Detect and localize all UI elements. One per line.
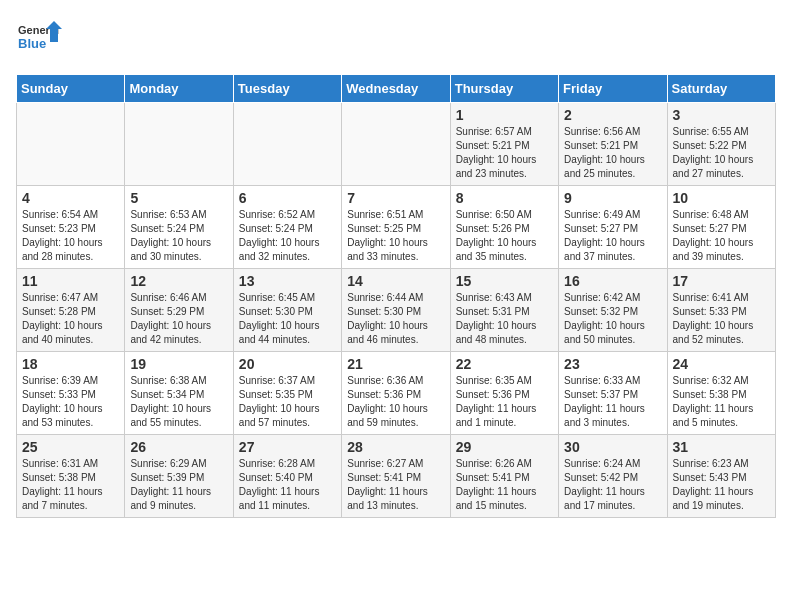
day-info: Sunrise: 6:47 AM Sunset: 5:28 PM Dayligh…	[22, 291, 119, 347]
day-number: 12	[130, 273, 227, 289]
day-info: Sunrise: 6:57 AM Sunset: 5:21 PM Dayligh…	[456, 125, 553, 181]
header-sunday: Sunday	[17, 75, 125, 103]
day-info: Sunrise: 6:42 AM Sunset: 5:32 PM Dayligh…	[564, 291, 661, 347]
day-number: 8	[456, 190, 553, 206]
day-number: 16	[564, 273, 661, 289]
week-row-5: 25Sunrise: 6:31 AM Sunset: 5:38 PM Dayli…	[17, 435, 776, 518]
day-info: Sunrise: 6:28 AM Sunset: 5:40 PM Dayligh…	[239, 457, 336, 513]
day-number: 3	[673, 107, 770, 123]
logo: General Blue	[16, 16, 66, 66]
calendar-cell: 14Sunrise: 6:44 AM Sunset: 5:30 PM Dayli…	[342, 269, 450, 352]
day-info: Sunrise: 6:49 AM Sunset: 5:27 PM Dayligh…	[564, 208, 661, 264]
header-wednesday: Wednesday	[342, 75, 450, 103]
day-number: 4	[22, 190, 119, 206]
calendar-cell: 7Sunrise: 6:51 AM Sunset: 5:25 PM Daylig…	[342, 186, 450, 269]
day-number: 26	[130, 439, 227, 455]
day-info: Sunrise: 6:38 AM Sunset: 5:34 PM Dayligh…	[130, 374, 227, 430]
calendar-cell: 28Sunrise: 6:27 AM Sunset: 5:41 PM Dayli…	[342, 435, 450, 518]
header-tuesday: Tuesday	[233, 75, 341, 103]
day-info: Sunrise: 6:43 AM Sunset: 5:31 PM Dayligh…	[456, 291, 553, 347]
day-info: Sunrise: 6:54 AM Sunset: 5:23 PM Dayligh…	[22, 208, 119, 264]
calendar-cell	[17, 103, 125, 186]
day-info: Sunrise: 6:55 AM Sunset: 5:22 PM Dayligh…	[673, 125, 770, 181]
logo-svg: General Blue	[16, 16, 66, 66]
day-info: Sunrise: 6:51 AM Sunset: 5:25 PM Dayligh…	[347, 208, 444, 264]
header-thursday: Thursday	[450, 75, 558, 103]
day-info: Sunrise: 6:45 AM Sunset: 5:30 PM Dayligh…	[239, 291, 336, 347]
header: General Blue	[16, 16, 776, 66]
day-number: 10	[673, 190, 770, 206]
day-number: 23	[564, 356, 661, 372]
calendar-cell: 20Sunrise: 6:37 AM Sunset: 5:35 PM Dayli…	[233, 352, 341, 435]
calendar-cell: 9Sunrise: 6:49 AM Sunset: 5:27 PM Daylig…	[559, 186, 667, 269]
day-info: Sunrise: 6:39 AM Sunset: 5:33 PM Dayligh…	[22, 374, 119, 430]
day-number: 27	[239, 439, 336, 455]
calendar-cell: 12Sunrise: 6:46 AM Sunset: 5:29 PM Dayli…	[125, 269, 233, 352]
calendar-cell: 2Sunrise: 6:56 AM Sunset: 5:21 PM Daylig…	[559, 103, 667, 186]
day-number: 29	[456, 439, 553, 455]
day-info: Sunrise: 6:33 AM Sunset: 5:37 PM Dayligh…	[564, 374, 661, 430]
calendar-cell: 26Sunrise: 6:29 AM Sunset: 5:39 PM Dayli…	[125, 435, 233, 518]
day-info: Sunrise: 6:29 AM Sunset: 5:39 PM Dayligh…	[130, 457, 227, 513]
day-number: 21	[347, 356, 444, 372]
calendar-cell: 30Sunrise: 6:24 AM Sunset: 5:42 PM Dayli…	[559, 435, 667, 518]
day-info: Sunrise: 6:36 AM Sunset: 5:36 PM Dayligh…	[347, 374, 444, 430]
calendar-cell: 22Sunrise: 6:35 AM Sunset: 5:36 PM Dayli…	[450, 352, 558, 435]
calendar-cell: 29Sunrise: 6:26 AM Sunset: 5:41 PM Dayli…	[450, 435, 558, 518]
calendar-cell: 8Sunrise: 6:50 AM Sunset: 5:26 PM Daylig…	[450, 186, 558, 269]
header-friday: Friday	[559, 75, 667, 103]
calendar-cell: 25Sunrise: 6:31 AM Sunset: 5:38 PM Dayli…	[17, 435, 125, 518]
day-number: 7	[347, 190, 444, 206]
day-info: Sunrise: 6:27 AM Sunset: 5:41 PM Dayligh…	[347, 457, 444, 513]
day-number: 19	[130, 356, 227, 372]
week-row-3: 11Sunrise: 6:47 AM Sunset: 5:28 PM Dayli…	[17, 269, 776, 352]
calendar-cell: 31Sunrise: 6:23 AM Sunset: 5:43 PM Dayli…	[667, 435, 775, 518]
day-info: Sunrise: 6:41 AM Sunset: 5:33 PM Dayligh…	[673, 291, 770, 347]
calendar-table: SundayMondayTuesdayWednesdayThursdayFrid…	[16, 74, 776, 518]
day-number: 22	[456, 356, 553, 372]
day-info: Sunrise: 6:50 AM Sunset: 5:26 PM Dayligh…	[456, 208, 553, 264]
calendar-cell: 23Sunrise: 6:33 AM Sunset: 5:37 PM Dayli…	[559, 352, 667, 435]
week-row-2: 4Sunrise: 6:54 AM Sunset: 5:23 PM Daylig…	[17, 186, 776, 269]
calendar-cell: 17Sunrise: 6:41 AM Sunset: 5:33 PM Dayli…	[667, 269, 775, 352]
calendar-cell	[233, 103, 341, 186]
day-info: Sunrise: 6:48 AM Sunset: 5:27 PM Dayligh…	[673, 208, 770, 264]
day-number: 15	[456, 273, 553, 289]
day-number: 6	[239, 190, 336, 206]
day-info: Sunrise: 6:26 AM Sunset: 5:41 PM Dayligh…	[456, 457, 553, 513]
day-number: 5	[130, 190, 227, 206]
day-info: Sunrise: 6:44 AM Sunset: 5:30 PM Dayligh…	[347, 291, 444, 347]
day-info: Sunrise: 6:56 AM Sunset: 5:21 PM Dayligh…	[564, 125, 661, 181]
day-number: 25	[22, 439, 119, 455]
calendar-cell: 21Sunrise: 6:36 AM Sunset: 5:36 PM Dayli…	[342, 352, 450, 435]
day-info: Sunrise: 6:31 AM Sunset: 5:38 PM Dayligh…	[22, 457, 119, 513]
calendar-header-row: SundayMondayTuesdayWednesdayThursdayFrid…	[17, 75, 776, 103]
calendar-cell: 11Sunrise: 6:47 AM Sunset: 5:28 PM Dayli…	[17, 269, 125, 352]
day-number: 13	[239, 273, 336, 289]
calendar-cell: 13Sunrise: 6:45 AM Sunset: 5:30 PM Dayli…	[233, 269, 341, 352]
calendar-cell: 5Sunrise: 6:53 AM Sunset: 5:24 PM Daylig…	[125, 186, 233, 269]
day-number: 31	[673, 439, 770, 455]
day-info: Sunrise: 6:52 AM Sunset: 5:24 PM Dayligh…	[239, 208, 336, 264]
day-info: Sunrise: 6:46 AM Sunset: 5:29 PM Dayligh…	[130, 291, 227, 347]
calendar-cell: 6Sunrise: 6:52 AM Sunset: 5:24 PM Daylig…	[233, 186, 341, 269]
svg-text:Blue: Blue	[18, 36, 46, 51]
day-info: Sunrise: 6:53 AM Sunset: 5:24 PM Dayligh…	[130, 208, 227, 264]
calendar-cell	[342, 103, 450, 186]
day-info: Sunrise: 6:35 AM Sunset: 5:36 PM Dayligh…	[456, 374, 553, 430]
week-row-1: 1Sunrise: 6:57 AM Sunset: 5:21 PM Daylig…	[17, 103, 776, 186]
day-number: 17	[673, 273, 770, 289]
day-number: 24	[673, 356, 770, 372]
calendar-cell: 15Sunrise: 6:43 AM Sunset: 5:31 PM Dayli…	[450, 269, 558, 352]
calendar-cell: 18Sunrise: 6:39 AM Sunset: 5:33 PM Dayli…	[17, 352, 125, 435]
calendar-cell: 16Sunrise: 6:42 AM Sunset: 5:32 PM Dayli…	[559, 269, 667, 352]
calendar-cell: 1Sunrise: 6:57 AM Sunset: 5:21 PM Daylig…	[450, 103, 558, 186]
calendar-cell: 4Sunrise: 6:54 AM Sunset: 5:23 PM Daylig…	[17, 186, 125, 269]
day-number: 2	[564, 107, 661, 123]
day-number: 20	[239, 356, 336, 372]
header-saturday: Saturday	[667, 75, 775, 103]
calendar-cell: 19Sunrise: 6:38 AM Sunset: 5:34 PM Dayli…	[125, 352, 233, 435]
calendar-cell: 27Sunrise: 6:28 AM Sunset: 5:40 PM Dayli…	[233, 435, 341, 518]
week-row-4: 18Sunrise: 6:39 AM Sunset: 5:33 PM Dayli…	[17, 352, 776, 435]
header-monday: Monday	[125, 75, 233, 103]
